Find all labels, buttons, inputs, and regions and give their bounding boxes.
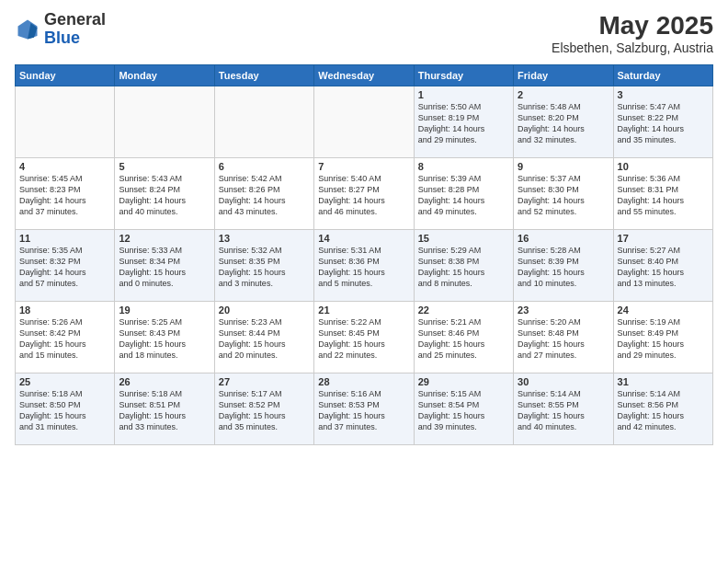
day-number: 4 — [19, 161, 110, 172]
calendar-cell: 28Sunrise: 5:16 AM Sunset: 8:53 PM Dayli… — [314, 373, 414, 445]
day-header-tuesday: Tuesday — [214, 65, 313, 86]
calendar-cell: 29Sunrise: 5:15 AM Sunset: 8:54 PM Dayli… — [414, 373, 513, 445]
day-number: 1 — [418, 89, 509, 100]
logo: General Blue — [15, 11, 106, 48]
calendar-cell — [16, 86, 115, 158]
day-number: 18 — [19, 304, 110, 316]
day-number: 16 — [518, 233, 609, 244]
day-number: 26 — [119, 376, 210, 387]
day-info: Sunrise: 5:48 AM Sunset: 8:20 PM Dayligh… — [518, 101, 609, 146]
calendar-cell: 27Sunrise: 5:17 AM Sunset: 8:52 PM Dayli… — [214, 373, 313, 445]
day-number: 22 — [418, 304, 509, 316]
calendar-cell: 19Sunrise: 5:25 AM Sunset: 8:43 PM Dayli… — [115, 302, 214, 373]
calendar-table: SundayMondayTuesdayWednesdayThursdayFrid… — [15, 64, 713, 445]
calendar-cell: 3Sunrise: 5:47 AM Sunset: 8:22 PM Daylig… — [613, 86, 712, 158]
day-number: 14 — [318, 233, 409, 244]
calendar-cell: 21Sunrise: 5:22 AM Sunset: 8:45 PM Dayli… — [314, 302, 414, 373]
day-info: Sunrise: 5:47 AM Sunset: 8:22 PM Dayligh… — [618, 101, 709, 146]
calendar-week-row: 4Sunrise: 5:45 AM Sunset: 8:23 PM Daylig… — [16, 158, 713, 230]
day-number: 28 — [318, 376, 409, 387]
day-number: 12 — [119, 233, 210, 244]
day-info: Sunrise: 5:26 AM Sunset: 8:42 PM Dayligh… — [19, 316, 110, 362]
calendar-week-row: 1Sunrise: 5:50 AM Sunset: 8:19 PM Daylig… — [16, 86, 713, 158]
calendar-cell: 25Sunrise: 5:18 AM Sunset: 8:50 PM Dayli… — [16, 373, 115, 445]
day-info: Sunrise: 5:36 AM Sunset: 8:31 PM Dayligh… — [618, 173, 709, 218]
day-info: Sunrise: 5:21 AM Sunset: 8:46 PM Dayligh… — [418, 316, 509, 362]
title-block: May 2025 Elsbethen, Salzburg, Austria — [552, 11, 713, 55]
calendar-cell: 8Sunrise: 5:39 AM Sunset: 8:28 PM Daylig… — [414, 158, 513, 230]
day-info: Sunrise: 5:37 AM Sunset: 8:30 PM Dayligh… — [518, 173, 609, 218]
day-number: 3 — [618, 89, 709, 100]
day-info: Sunrise: 5:42 AM Sunset: 8:26 PM Dayligh… — [219, 173, 310, 218]
day-info: Sunrise: 5:28 AM Sunset: 8:39 PM Dayligh… — [518, 245, 609, 290]
day-number: 13 — [219, 233, 310, 244]
calendar-cell: 30Sunrise: 5:14 AM Sunset: 8:55 PM Dayli… — [514, 373, 613, 445]
calendar-cell: 16Sunrise: 5:28 AM Sunset: 8:39 PM Dayli… — [514, 230, 613, 302]
day-number: 20 — [219, 304, 310, 316]
day-number: 11 — [19, 233, 110, 244]
day-info: Sunrise: 5:16 AM Sunset: 8:53 PM Dayligh… — [318, 388, 409, 433]
day-header-thursday: Thursday — [414, 65, 513, 86]
day-info: Sunrise: 5:43 AM Sunset: 8:24 PM Dayligh… — [119, 173, 210, 218]
day-number: 29 — [418, 376, 509, 387]
calendar-cell: 14Sunrise: 5:31 AM Sunset: 8:36 PM Dayli… — [314, 230, 414, 302]
day-header-sunday: Sunday — [16, 65, 115, 86]
day-number: 25 — [19, 376, 110, 387]
day-number: 2 — [518, 89, 609, 100]
calendar-header-row: SundayMondayTuesdayWednesdayThursdayFrid… — [16, 65, 713, 86]
day-info: Sunrise: 5:29 AM Sunset: 8:38 PM Dayligh… — [418, 245, 509, 290]
day-number: 5 — [119, 161, 210, 172]
calendar-cell: 23Sunrise: 5:20 AM Sunset: 8:48 PM Dayli… — [514, 302, 613, 373]
page-header: General Blue May 2025 Elsbethen, Salzbur… — [15, 11, 713, 55]
day-info: Sunrise: 5:32 AM Sunset: 8:35 PM Dayligh… — [219, 245, 310, 290]
day-info: Sunrise: 5:14 AM Sunset: 8:55 PM Dayligh… — [518, 388, 609, 433]
day-info: Sunrise: 5:14 AM Sunset: 8:56 PM Dayligh… — [618, 388, 709, 433]
day-number: 7 — [318, 161, 409, 172]
calendar-cell: 5Sunrise: 5:43 AM Sunset: 8:24 PM Daylig… — [115, 158, 214, 230]
calendar-cell: 18Sunrise: 5:26 AM Sunset: 8:42 PM Dayli… — [16, 302, 115, 373]
calendar-cell: 2Sunrise: 5:48 AM Sunset: 8:20 PM Daylig… — [514, 86, 613, 158]
day-header-wednesday: Wednesday — [314, 65, 414, 86]
calendar-week-row: 18Sunrise: 5:26 AM Sunset: 8:42 PM Dayli… — [16, 302, 713, 373]
day-info: Sunrise: 5:31 AM Sunset: 8:36 PM Dayligh… — [318, 245, 409, 290]
day-info: Sunrise: 5:15 AM Sunset: 8:54 PM Dayligh… — [418, 388, 509, 433]
month-year: May 2025 — [552, 11, 713, 40]
calendar-cell: 13Sunrise: 5:32 AM Sunset: 8:35 PM Dayli… — [214, 230, 313, 302]
day-info: Sunrise: 5:17 AM Sunset: 8:52 PM Dayligh… — [219, 388, 310, 433]
day-number: 31 — [618, 376, 709, 387]
calendar-cell: 12Sunrise: 5:33 AM Sunset: 8:34 PM Dayli… — [115, 230, 214, 302]
day-info: Sunrise: 5:35 AM Sunset: 8:32 PM Dayligh… — [19, 245, 110, 290]
calendar-cell: 31Sunrise: 5:14 AM Sunset: 8:56 PM Dayli… — [613, 373, 712, 445]
day-number: 8 — [418, 161, 509, 172]
calendar-cell: 15Sunrise: 5:29 AM Sunset: 8:38 PM Dayli… — [414, 230, 513, 302]
logo-general-text: General — [44, 10, 106, 29]
day-number: 6 — [219, 161, 310, 172]
calendar-cell: 4Sunrise: 5:45 AM Sunset: 8:23 PM Daylig… — [16, 158, 115, 230]
logo-icon — [15, 17, 40, 42]
location: Elsbethen, Salzburg, Austria — [552, 40, 713, 55]
day-info: Sunrise: 5:19 AM Sunset: 8:49 PM Dayligh… — [618, 316, 709, 362]
day-number: 17 — [618, 233, 709, 244]
calendar-week-row: 25Sunrise: 5:18 AM Sunset: 8:50 PM Dayli… — [16, 373, 713, 445]
day-info: Sunrise: 5:40 AM Sunset: 8:27 PM Dayligh… — [318, 173, 409, 218]
calendar-cell: 20Sunrise: 5:23 AM Sunset: 8:44 PM Dayli… — [214, 302, 313, 373]
day-info: Sunrise: 5:45 AM Sunset: 8:23 PM Dayligh… — [19, 173, 110, 218]
day-header-friday: Friday — [514, 65, 613, 86]
calendar-week-row: 11Sunrise: 5:35 AM Sunset: 8:32 PM Dayli… — [16, 230, 713, 302]
calendar-cell: 26Sunrise: 5:18 AM Sunset: 8:51 PM Dayli… — [115, 373, 214, 445]
day-info: Sunrise: 5:33 AM Sunset: 8:34 PM Dayligh… — [119, 245, 210, 290]
day-info: Sunrise: 5:20 AM Sunset: 8:48 PM Dayligh… — [518, 316, 609, 362]
day-number: 21 — [318, 304, 409, 316]
day-number: 19 — [119, 304, 210, 316]
calendar-cell: 1Sunrise: 5:50 AM Sunset: 8:19 PM Daylig… — [414, 86, 513, 158]
day-number: 9 — [518, 161, 609, 172]
day-number: 23 — [518, 304, 609, 316]
day-info: Sunrise: 5:50 AM Sunset: 8:19 PM Dayligh… — [418, 101, 509, 146]
day-number: 15 — [418, 233, 509, 244]
day-info: Sunrise: 5:25 AM Sunset: 8:43 PM Dayligh… — [119, 316, 210, 362]
calendar-cell: 17Sunrise: 5:27 AM Sunset: 8:40 PM Dayli… — [613, 230, 712, 302]
day-info: Sunrise: 5:23 AM Sunset: 8:44 PM Dayligh… — [219, 316, 310, 362]
day-number: 30 — [518, 376, 609, 387]
day-header-monday: Monday — [115, 65, 214, 86]
calendar-cell: 9Sunrise: 5:37 AM Sunset: 8:30 PM Daylig… — [514, 158, 613, 230]
